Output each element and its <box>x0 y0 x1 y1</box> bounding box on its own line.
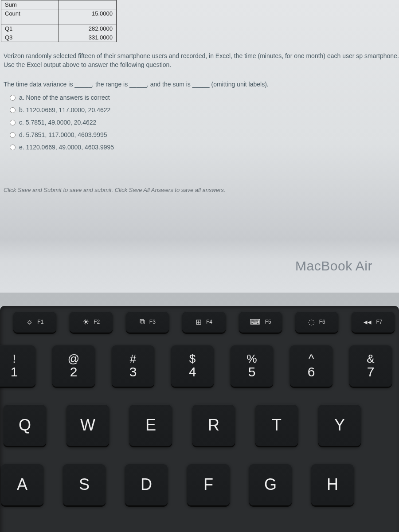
key-f7[interactable]: ◂◂ F7 <box>352 311 395 332</box>
key-a[interactable]: A <box>1 464 43 505</box>
qwerty-row: Q W E R T Y <box>4 404 395 446</box>
answer-options: a. None of the answers is correct b. 112… <box>10 94 399 151</box>
key-5[interactable]: % 5 <box>231 345 273 387</box>
key-3[interactable]: # 3 <box>112 345 154 387</box>
option-e-label: e. 1120.0669, 49.0000, 4603.9995 <box>19 144 114 151</box>
key-r[interactable]: R <box>192 404 235 446</box>
rewind-icon: ◂◂ <box>364 317 372 327</box>
prompt-pre: The time data variance is <box>4 81 74 88</box>
screen-area: Sum Count 15.0000 Q1 282.0000 Q3 331.000… <box>0 0 399 239</box>
blank-1: _____ <box>74 81 92 88</box>
option-d[interactable]: d. 5.7851, 117.0000, 4603.9995 <box>10 131 399 138</box>
option-a[interactable]: a. None of the answers is correct <box>10 94 399 101</box>
key-f6[interactable]: ◌ F6 <box>295 311 338 332</box>
radio-d[interactable] <box>10 132 16 138</box>
count-label: Count <box>1 9 59 18</box>
key-q[interactable]: Q <box>4 404 46 446</box>
key-f1[interactable]: ☼ F1 <box>13 311 56 332</box>
radio-b[interactable] <box>10 107 16 113</box>
option-b[interactable]: b. 1120.0669, 117.0000, 20.4622 <box>10 106 399 113</box>
key-6[interactable]: ^ 6 <box>290 345 332 387</box>
macbook-air-label: MacBook Air <box>295 258 372 274</box>
keyboard-deck: ☼ F1 ☀ F2 ⧉ F3 ⊞ F4 ⌨ F5 ◌ F6 <box>0 293 399 532</box>
key-2[interactable]: @ 2 <box>52 345 95 387</box>
prompt-mid1: , the range is <box>92 81 129 88</box>
option-c[interactable]: c. 5.7851, 49.0000, 20.4622 <box>10 119 399 126</box>
option-c-label: c. 5.7851, 49.0000, 20.4622 <box>19 119 96 126</box>
question-prompt: The time data variance is _____, the ran… <box>4 81 399 88</box>
radio-a[interactable] <box>10 95 16 101</box>
radio-c[interactable] <box>10 120 16 125</box>
number-row: ! 1 @ 2 # 3 $ 4 % 5 ^ 6 <box>0 345 395 387</box>
key-1[interactable]: ! 1 <box>0 345 35 387</box>
keyboard-brightness-up-icon: ◌ <box>308 317 315 327</box>
keyboard-brightness-down-icon: ⌨ <box>250 317 261 327</box>
option-b-label: b. 1120.0669, 117.0000, 20.4622 <box>19 106 110 113</box>
key-y[interactable]: Y <box>318 404 361 446</box>
option-d-label: d. 5.7851, 117.0000, 4603.9995 <box>19 131 107 138</box>
laptop-bezel: MacBook Air <box>0 239 399 293</box>
key-g[interactable]: G <box>249 464 292 505</box>
fn-row: ☼ F1 ☀ F2 ⧉ F3 ⊞ F4 ⌨ F5 ◌ F6 <box>13 311 395 332</box>
key-t[interactable]: T <box>255 404 298 446</box>
quiz-content: Sum Count 15.0000 Q1 282.0000 Q3 331.000… <box>1 0 399 198</box>
sum-value <box>59 0 117 9</box>
key-d[interactable]: D <box>125 464 168 505</box>
key-f2[interactable]: ☀ F2 <box>70 311 113 332</box>
key-e[interactable]: E <box>129 404 172 446</box>
key-f5[interactable]: ⌨ F5 <box>239 311 282 332</box>
brightness-down-icon: ☼ <box>26 317 33 326</box>
mission-control-icon: ⧉ <box>140 317 145 326</box>
brightness-up-icon: ☀ <box>82 317 89 327</box>
q3-label: Q3 <box>1 33 59 42</box>
keyboard: ☼ F1 ☀ F2 ⧉ F3 ⊞ F4 ⌨ F5 ◌ F6 <box>0 306 399 532</box>
question-context: Verizon randomly selected fifteen of the… <box>4 52 399 69</box>
q1-value: 282.0000 <box>59 24 117 33</box>
save-submit-hint: Click Save and Submit to save and submit… <box>1 182 399 198</box>
blank-3: _____ <box>192 81 210 88</box>
key-f3[interactable]: ⧉ F3 <box>126 311 169 332</box>
key-h[interactable]: H <box>311 464 354 505</box>
blank-2: _____ <box>129 81 147 88</box>
prompt-post: (omitting unit labels). <box>210 81 269 88</box>
option-a-label: a. None of the answers is correct <box>19 94 110 101</box>
key-s[interactable]: S <box>63 464 106 505</box>
prompt-mid2: , and the sum is <box>147 81 192 88</box>
q3-value: 331.0000 <box>59 33 117 42</box>
q1-label: Q1 <box>1 24 59 33</box>
launchpad-icon: ⊞ <box>196 317 202 327</box>
radio-e[interactable] <box>10 145 16 150</box>
option-e[interactable]: e. 1120.0669, 49.0000, 4603.9995 <box>10 144 399 151</box>
key-w[interactable]: W <box>66 404 109 446</box>
key-f4[interactable]: ⊞ F4 <box>182 311 225 332</box>
excel-stats-table: Sum Count 15.0000 Q1 282.0000 Q3 331.000… <box>1 0 117 42</box>
count-value: 15.0000 <box>59 9 117 18</box>
home-row: A S D F G H <box>1 464 395 505</box>
sum-label: Sum <box>1 0 59 9</box>
key-7[interactable]: & 7 <box>349 345 392 387</box>
key-4[interactable]: $ 4 <box>171 345 214 387</box>
key-f[interactable]: F <box>187 464 230 505</box>
